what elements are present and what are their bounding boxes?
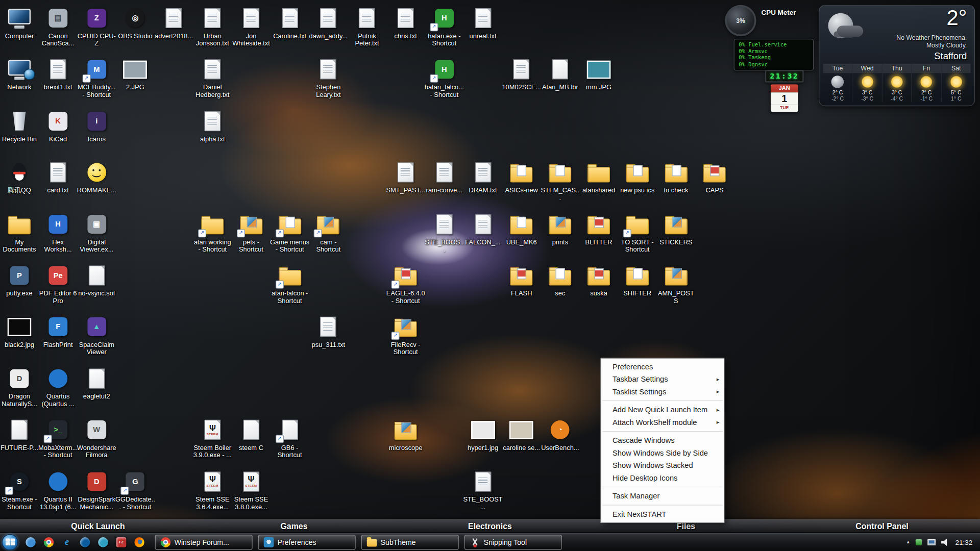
desktop-icon-my-documents[interactable]: My Documents <box>0 212 39 253</box>
shelf-section-electronics[interactable]: Electronics <box>392 520 588 533</box>
desktop-icon-steem-sse-3-6-4-exe[interactable]: ΨSTEEMSteem SSE 3.6.4.exe... <box>193 469 232 510</box>
desktop-icon-kicad[interactable]: KKiCad <box>39 109 78 142</box>
desktop-icon-atari-mb-lbr[interactable]: Atari_MB.lbr <box>541 58 579 91</box>
desktop-icon-eagletut2[interactable]: eagletut2 <box>77 367 116 400</box>
filezilla-icon[interactable]: FZ <box>116 536 127 547</box>
desktop-icon-atari-falcon-shortcut[interactable]: ↗atari-falcon - Shortcut <box>271 264 309 305</box>
desktop-icon-caroline-txt[interactable]: Caroline.txt <box>271 6 309 39</box>
desktop-icon-pdf-editor-6-pro[interactable]: PePDF Editor 6 Pro <box>39 264 78 305</box>
desktop-icon-ste-boos[interactable]: STE_BOOS... <box>425 212 463 253</box>
desktop-icon-icaros[interactable]: iIcaros <box>77 109 116 142</box>
desktop-icon-filerecv-shortcut[interactable]: ↗FileRecv - Shortcut <box>386 315 425 356</box>
desktop-icon-ube-mk6[interactable]: UBE_MK6 <box>502 212 541 245</box>
desktop-icon-jon-whiteside-txt[interactable]: Jon Whiteside.txt <box>232 6 271 47</box>
desktop-icon-hatari-exe-shortcut[interactable]: H↗hatari.exe - Shortcut <box>425 6 463 47</box>
skype-icon[interactable] <box>80 536 91 547</box>
desktop-icon-caps[interactable]: CAPS <box>695 161 734 194</box>
menu-item-show-windows-side-by-side[interactable]: Show Windows Side by Side <box>601 447 724 459</box>
winstep-icon[interactable] <box>25 536 36 547</box>
desktop-icon-dram-txt[interactable]: DRAM.txt <box>463 161 502 194</box>
desktop-icon-rommake[interactable]: ROMMAKE... <box>77 161 116 194</box>
desktop-icon-blitter[interactable]: BLITTER <box>579 212 618 245</box>
desktop-icon-designspark-mechanic[interactable]: DDesignSpark Mechanic... <box>77 469 116 510</box>
desktop-icon-sec[interactable]: sec <box>541 264 579 297</box>
desktop-icon-caroline-se[interactable]: caroline se... <box>502 418 541 451</box>
desktop-icon-amn-posts[interactable]: AMN_POSTS <box>656 264 695 305</box>
desktop-icon-steem-sse-3-8-0-exe[interactable]: ΨSTEEMSteem SSE 3.8.0.exe... <box>232 469 271 510</box>
menu-item-show-windows-stacked[interactable]: Show Windows Stacked <box>601 459 724 471</box>
desktop-icon-cpuid-cpu-z[interactable]: ZCPUID CPU-Z <box>77 6 116 47</box>
desktop-icon-hyper1-jpg[interactable]: hyper1.jpg <box>463 418 502 451</box>
desktop-icon-atarishared[interactable]: atarishared <box>579 161 618 194</box>
window-button-snipping-tool[interactable]: Snipping Tool <box>464 535 562 549</box>
desktop-icon-brexit1-txt[interactable]: brexit1.txt <box>39 58 78 91</box>
desktop-icon-dawn-addy[interactable]: dawn_addy... <box>309 6 348 39</box>
start-button[interactable] <box>0 533 20 551</box>
desktop-icon-spaceclaim-viewer[interactable]: ▲SpaceClaim Viewer <box>77 315 116 356</box>
desktop-icon-new-psu-ics[interactable]: new psu ics <box>618 161 657 194</box>
desktop-icon-userbench[interactable]: ◔UserBench... <box>541 418 579 451</box>
desktop-icon-eagle-6-4-0-shortcut[interactable]: ↗EAGLE-6.4.0 - Shortcut <box>386 264 425 305</box>
firefox-icon[interactable] <box>134 536 145 547</box>
menu-item-task-manager[interactable]: Task Manager <box>601 490 724 502</box>
desktop-icon-unreal-txt[interactable]: unreal.txt <box>463 6 502 39</box>
taskbar-clock[interactable]: 21:32 <box>955 538 973 546</box>
desktop-icon-psu-311-txt[interactable]: psu_311.txt <box>309 315 348 348</box>
desktop-icon-card-txt[interactable]: card.txt <box>39 161 78 194</box>
desktop-icon-ggdedicate-shortcut[interactable]: G↗GGDedicate... - Shortcut <box>116 469 155 510</box>
desktop-icon-falcon[interactable]: FALCON_... <box>463 212 502 245</box>
desktop-icon-daniel-hedberg-txt[interactable]: Daniel Hedberg.txt <box>193 58 232 98</box>
menu-item-hide-desktop-icons[interactable]: Hide Desktop Icons <box>601 471 724 484</box>
desktop-icon-gb6-shortcut[interactable]: ↗GB6 - Shortcut <box>271 418 309 459</box>
chrome-icon[interactable] <box>43 536 54 547</box>
desktop-icon-mobaxterm-shortcut[interactable]: >_↗MobaXterm... - Shortcut <box>39 418 78 459</box>
window-button-subtheme[interactable]: SubTheme <box>361 535 459 549</box>
desktop-icon-computer[interactable]: Computer <box>0 6 39 39</box>
desktop-icon-stickers[interactable]: STICKERS <box>656 212 695 245</box>
desktop-icon-smt-past[interactable]: SMT_PAST... <box>386 161 425 194</box>
desktop-icon-dragon-naturallys[interactable]: DDragon NaturallyS... <box>0 367 39 408</box>
shelf-section-games[interactable]: Games <box>196 520 392 533</box>
desktop-icon-stfm-cas[interactable]: STFM_CAS... <box>541 161 579 202</box>
menu-item-tasklist-settings[interactable]: Tasklist Settings▸ <box>601 386 724 398</box>
desktop-icon-chris-txt[interactable]: chris.txt <box>386 6 425 39</box>
desktop-icon-pets-shortcut[interactable]: ↗pets - Shortcut <box>232 212 271 253</box>
desktop-icon-putnik-peter-txt[interactable]: Putnik Peter.txt <box>348 6 386 47</box>
menu-item-taskbar-settings[interactable]: Taskbar Settings▸ <box>601 373 724 385</box>
desktop-icon-to-sort-shortcut[interactable]: ↗TO SORT - Shortcut <box>618 212 657 253</box>
menu-item-add-new-quick-launch-item[interactable]: Add New Quick Launch Item▸ <box>601 404 724 416</box>
desktop-icon-to-check[interactable]: to check <box>656 161 695 194</box>
desktop-icon-ste-boost[interactable]: STE_BOOST... <box>463 469 502 510</box>
internet-explorer-icon[interactable]: e <box>61 536 72 547</box>
desktop-icon-putty-exe[interactable]: Pputty.exe <box>0 264 39 297</box>
desktop-icon-2-jpg[interactable]: 2.JPG <box>116 58 155 91</box>
desktop-icon-alpha-txt[interactable]: alpha.txt <box>193 109 232 142</box>
desktop-icon-steem-boiler-3-9-0-exe[interactable]: ΨSTEEMSteem Boiler 3.9.0.exe - ... <box>193 418 232 459</box>
menu-item-cascade-windows[interactable]: Cascade Windows <box>601 434 724 446</box>
desktop-icon-steam-exe-shortcut[interactable]: S↗Steam.exe - Shortcut <box>0 469 39 510</box>
cpu-meter-gadget[interactable]: 3% CPU Meter 0% Fuel.service0% Armsvc0% … <box>725 5 814 70</box>
desktop-icon-quartus-quartus[interactable]: Quartus (Quartus ... <box>39 367 78 408</box>
clock-gadget[interactable]: 21:32 JAN 1 TUE <box>764 70 805 112</box>
chevron-up-icon[interactable]: ▲ <box>906 540 910 544</box>
desktop-icon-prints[interactable]: prints <box>541 212 579 245</box>
desktop-icon-stephen-leary-txt[interactable]: Stephen Leary.txt <box>309 58 348 98</box>
desktop-icon-quartus-ii-13-0sp1-6[interactable]: Quartus II 13.0sp1 (6... <box>39 469 78 510</box>
window-button-winstep-forum[interactable]: Winstep Forum... <box>155 535 253 549</box>
menu-item-exit-nextstart[interactable]: Exit NextSTART <box>601 508 724 520</box>
desktop-icon-asics-new[interactable]: ASICs-new <box>502 161 541 194</box>
desktop-icon-10m02sce[interactable]: 10M02SCE... <box>502 58 541 91</box>
desktop-icon-ram-conve[interactable]: ram-conve... <box>425 161 463 194</box>
shelf-section-quick-launch[interactable]: Quick Launch <box>0 520 196 533</box>
weather-gadget[interactable]: 2° No Weather Phenomena. Mostly Cloudy. … <box>819 5 975 106</box>
desktop-icon-game-menus-shortcut[interactable]: ↗Game menus - Shortcut <box>271 212 309 253</box>
desktop-icon-hex-worksh[interactable]: HHex Worksh... <box>39 212 78 253</box>
desktop-icon-steem-c[interactable]: steem C <box>232 418 271 451</box>
desktop-icon-canon-canosca[interactable]: ▤Canon CanoSca... <box>39 6 78 47</box>
desktop-icon-advert2018[interactable]: advert2018... <box>155 6 193 39</box>
desktop-icon-black2-jpg[interactable]: black2.jpg <box>0 315 39 348</box>
window-button-preferences[interactable]: Preferences <box>258 535 356 549</box>
shelf-section-control-panel[interactable]: Control Panel <box>784 520 980 533</box>
menu-item-preferences[interactable]: Preferences <box>601 361 724 373</box>
desktop-icon-recycle-bin[interactable]: Recycle Bin <box>0 109 39 142</box>
